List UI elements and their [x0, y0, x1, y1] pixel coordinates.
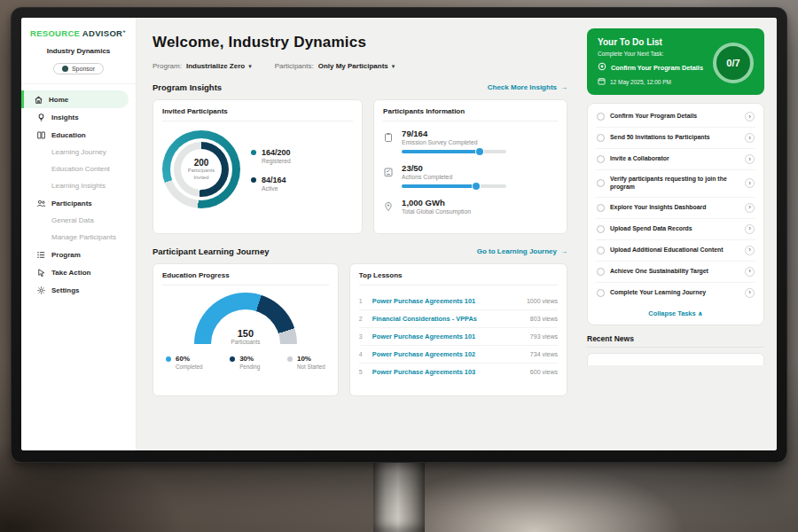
legend-label: Registered [262, 158, 291, 164]
lesson-rank: 3 [359, 333, 366, 340]
sidebar-item-learning-journey[interactable]: Learning Journey [21, 144, 129, 160]
lesson-row: 4 Power Purchase Agreements 102 734 view… [359, 346, 558, 364]
sidebar-item-take-action[interactable]: Take Action [21, 263, 129, 281]
task-checkbox[interactable] [597, 246, 605, 254]
program-dropdown-value: Industrialize Zero [186, 62, 245, 70]
todo-progress-value: 0/7 [726, 58, 739, 68]
stat-actions-completed: 23/50 Actions Completed [383, 163, 558, 188]
tasks-card: Confirm Your Program Details › Send 50 I… [587, 103, 764, 325]
task-label: Verify participants requesting to join t… [610, 176, 739, 192]
participants-dropdown[interactable]: Participants: Only My Participants ▾ [275, 62, 395, 70]
task-checkbox[interactable] [597, 179, 605, 187]
chevron-right-icon[interactable]: › [745, 112, 755, 121]
sidebar-item-settings[interactable]: Settings [21, 281, 129, 299]
lesson-link[interactable]: Power Purchase Agreements 103 [372, 368, 524, 376]
task-checkbox[interactable] [597, 268, 605, 276]
task-checkbox[interactable] [597, 113, 605, 121]
section-title: Program Insights [153, 82, 222, 92]
learning-journey-cards: Education Progress 150 Participants [153, 263, 567, 396]
lesson-views: 600 views [530, 369, 558, 375]
lesson-link[interactable]: Power Purchase Agreements 101 [372, 297, 520, 305]
chevron-right-icon[interactable]: › [745, 154, 755, 164]
arrow-right-icon: → [560, 247, 567, 255]
task-checkbox[interactable] [597, 289, 605, 297]
legend-label: Active [262, 185, 286, 192]
org-name: Industry Dynamics [27, 47, 130, 55]
gauge-value: 150 [194, 328, 297, 339]
check-more-insights-link[interactable]: Check More Insights → [488, 83, 567, 91]
sidebar-item-insights[interactable]: Insights [21, 108, 129, 126]
todo-subtitle: Complete Your Next Task: [598, 51, 703, 57]
org-block: Industry Dynamics Sponsor [21, 43, 136, 84]
chevron-glyph: › [748, 268, 751, 275]
todo-column: Your To Do List Complete Your Next Task:… [578, 18, 777, 450]
lesson-row: 5 Power Purchase Agreements 103 600 view… [359, 364, 558, 380]
task-row[interactable]: Confirm Your Program Details › [596, 106, 755, 128]
stat-value: 79/164 [402, 129, 506, 138]
sponsor-badge: Sponsor [53, 63, 104, 74]
sidebar-item-label: Settings [51, 286, 80, 294]
chevron-down-icon: ▾ [248, 63, 252, 70]
sidebar-item-education-content[interactable]: Education Content [21, 160, 129, 177]
program-insights-cards: Invited Participants 200 Participants In… [153, 99, 567, 234]
go-to-learning-journey-link[interactable]: Go to Learning Journey → [477, 247, 567, 255]
chevron-right-icon[interactable]: › [745, 267, 755, 277]
lesson-link[interactable]: Financial Considerations - VPPAs [372, 315, 524, 323]
task-row[interactable]: Explore Your Insights Dashboard › [596, 198, 755, 219]
task-row[interactable]: Upload Spend Data Records › [596, 219, 755, 240]
sidebar-item-general-data[interactable]: General Data [21, 212, 129, 229]
program-icon [36, 250, 46, 260]
monitor-screen: RESOURCE ADVISOR+ Industry Dynamics Spon… [21, 18, 777, 450]
stat-label: Emission Survey Completed [402, 139, 506, 145]
sidebar-item-label: Education Content [51, 165, 110, 173]
chevron-glyph: › [748, 204, 751, 211]
todo-due-date: 12 May 2025, 12:00 PM [598, 77, 703, 86]
sidebar-item-home[interactable]: Home [21, 90, 129, 108]
sidebar-item-label: Participants [51, 200, 92, 207]
chevron-right-icon[interactable]: › [745, 288, 755, 298]
sidebar-item-label: Learning Journey [51, 148, 106, 156]
task-row[interactable]: Achieve One Sustainability Target › [596, 262, 755, 283]
content-area: Welcome, Industry Dynamics Program: Indu… [137, 18, 777, 450]
legend-item-active: 84/164 Active [251, 176, 291, 192]
donut-legend: 164/200 Registered 84/164 Active [251, 148, 291, 192]
task-checkbox[interactable] [597, 225, 605, 233]
card-title: Top Lessons [359, 271, 558, 286]
lesson-link[interactable]: Power Purchase Agreements 101 [372, 332, 524, 340]
sidebar-item-participants[interactable]: Participants [21, 194, 129, 212]
legend-dot-completed [166, 356, 171, 362]
program-dropdown[interactable]: Program: Industrialize Zero ▾ [153, 62, 252, 70]
task-checkbox[interactable] [597, 155, 605, 163]
lesson-row: 2 Financial Considerations - VPPAs 803 v… [359, 310, 558, 328]
lesson-views: 1000 views [527, 298, 558, 304]
sidebar-item-learning-insights[interactable]: Learning Insights [21, 177, 129, 194]
lesson-rank: 1 [359, 298, 366, 304]
chevron-right-icon[interactable]: › [745, 133, 755, 143]
chevron-right-icon[interactable]: › [745, 246, 755, 255]
chevron-right-icon[interactable]: › [745, 203, 755, 213]
photo-background: RESOURCE ADVISOR+ Industry Dynamics Spon… [0, 0, 798, 532]
task-checkbox[interactable] [597, 204, 605, 212]
sidebar-item-manage-participants[interactable]: Manage Participants [21, 229, 129, 246]
program-insights-header: Program Insights Check More Insights → [153, 82, 567, 92]
task-label: Send 50 Invitations to Participants [610, 134, 739, 142]
sidebar-item-education[interactable]: Education [21, 126, 129, 144]
chevron-glyph: › [748, 289, 751, 296]
insights-icon [36, 113, 46, 122]
lesson-link[interactable]: Power Purchase Agreements 102 [372, 350, 524, 358]
chevron-right-icon[interactable]: › [745, 178, 755, 188]
task-row[interactable]: Upload Additional Educational Content › [596, 240, 755, 262]
task-row[interactable]: Complete Your Learning Journey › [596, 283, 755, 303]
task-label: Confirm Your Program Details [610, 113, 739, 121]
collapse-tasks-button[interactable]: Collapse Tasks ∧ [596, 303, 755, 321]
chevron-right-icon[interactable]: › [745, 224, 755, 234]
education-icon [36, 130, 46, 140]
sidebar-item-program[interactable]: Program [21, 246, 129, 263]
task-row[interactable]: Invite a Collaborator › [596, 149, 755, 170]
task-row[interactable]: Send 50 Invitations to Participants › [596, 128, 755, 149]
task-label: Achieve One Sustainability Target [610, 268, 739, 276]
todo-title: Your To Do List [598, 37, 703, 47]
monitor-bezel: RESOURCE ADVISOR+ Industry Dynamics Spon… [11, 7, 787, 463]
task-row[interactable]: Verify participants requesting to join t… [596, 170, 755, 198]
task-checkbox[interactable] [597, 134, 605, 142]
